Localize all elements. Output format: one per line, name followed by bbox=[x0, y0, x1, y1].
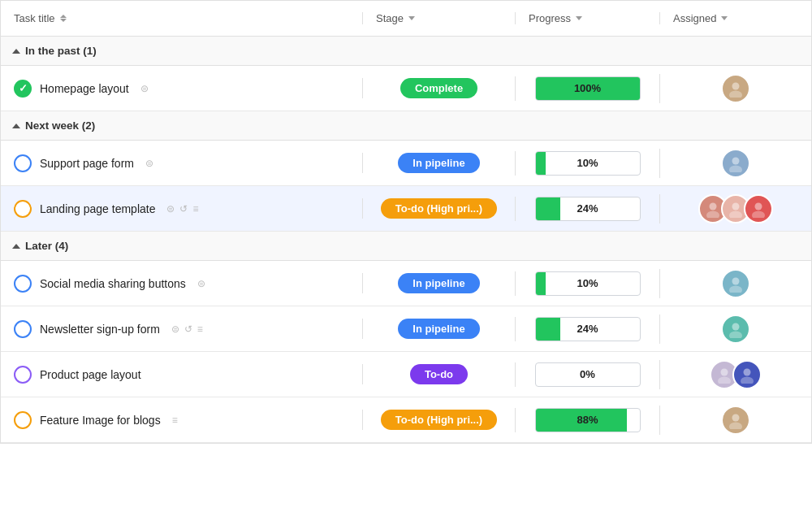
stage-cell-task-5: In pipeline bbox=[362, 319, 515, 339]
task-icons-task-3: ⊜↺≡ bbox=[166, 203, 198, 215]
task-icons-task-4: ⊜ bbox=[197, 278, 205, 289]
task-cell-task-5: Newsletter sign-up form ⊜↺≡ bbox=[1, 320, 362, 338]
header-task-title[interactable]: Task title bbox=[1, 12, 362, 24]
stage-badge-task-6[interactable]: To-do bbox=[410, 364, 468, 384]
link-icon: ⊜ bbox=[140, 83, 149, 94]
progress-bar-task-5: 24% bbox=[535, 317, 641, 341]
avatar-group bbox=[721, 269, 750, 298]
task-icons-task-1: ⊜ bbox=[140, 83, 149, 94]
stage-badge-task-4[interactable]: In pipeline bbox=[398, 273, 479, 293]
svg-point-16 bbox=[744, 368, 751, 375]
progress-cell-task-6: 0% bbox=[515, 362, 659, 387]
status-icon-task-2[interactable] bbox=[14, 154, 32, 172]
avatar-group bbox=[721, 406, 750, 435]
task-cell-task-1: Homepage layout ⊜ bbox=[1, 80, 362, 98]
task-icons-task-7: ≡ bbox=[172, 414, 178, 426]
avatar-group bbox=[721, 315, 750, 344]
stage-badge-task-7[interactable]: To-do (High pri...) bbox=[381, 410, 497, 430]
svg-point-15 bbox=[718, 376, 731, 384]
svg-point-10 bbox=[732, 277, 740, 284]
sort-icon[interactable] bbox=[60, 15, 67, 22]
progress-text-task-1: 100% bbox=[536, 82, 640, 94]
stage-badge-task-2[interactable]: In pipeline bbox=[398, 153, 479, 173]
repeat-icon: ↺ bbox=[184, 323, 192, 335]
progress-cell-task-1: 100% bbox=[515, 76, 659, 101]
svg-point-7 bbox=[729, 210, 742, 218]
group-label-in-the-past: In the past (1) bbox=[25, 45, 97, 57]
list-icon: ≡ bbox=[197, 323, 203, 335]
group-label-next-week: Next week (2) bbox=[25, 119, 95, 132]
group-header-next-week[interactable]: Next week (2) bbox=[1, 111, 811, 141]
link-icon: ⊜ bbox=[145, 158, 153, 169]
groups-container: In the past (1) Homepage layout ⊜ Comple… bbox=[1, 37, 811, 443]
status-icon-task-6[interactable] bbox=[14, 366, 32, 384]
avatar-group bbox=[710, 360, 762, 389]
header-progress[interactable]: Progress bbox=[515, 12, 659, 24]
svg-point-19 bbox=[729, 422, 742, 429]
task-row: Social media sharing buttons ⊜ In pipeli… bbox=[1, 261, 811, 306]
task-icons-task-5: ⊜↺≡ bbox=[171, 323, 203, 335]
progress-text-task-4: 10% bbox=[536, 277, 640, 289]
assigned-cell-task-2 bbox=[659, 149, 811, 178]
svg-point-0 bbox=[732, 82, 740, 89]
progress-text-task-3: 24% bbox=[536, 202, 640, 215]
group-chevron-later bbox=[12, 244, 20, 249]
progress-label: Progress bbox=[529, 12, 571, 24]
status-icon-task-1[interactable] bbox=[14, 80, 32, 98]
group-header-later[interactable]: Later (4) bbox=[1, 232, 811, 261]
task-name-task-1: Homepage layout bbox=[40, 82, 129, 95]
stage-cell-task-3: To-do (High pri...) bbox=[362, 198, 515, 219]
svg-point-18 bbox=[732, 414, 740, 421]
svg-point-6 bbox=[732, 202, 740, 210]
progress-text-task-2: 10% bbox=[536, 157, 640, 169]
svg-point-4 bbox=[710, 202, 717, 210]
task-row: Landing page template ⊜↺≡ To-do (High pr… bbox=[1, 186, 811, 232]
status-icon-task-4[interactable] bbox=[14, 275, 32, 293]
avatar bbox=[721, 406, 750, 435]
svg-point-11 bbox=[729, 285, 742, 293]
progress-bar-task-3: 24% bbox=[535, 197, 641, 221]
group-chevron-next-week bbox=[12, 124, 20, 128]
svg-point-8 bbox=[755, 202, 762, 210]
stage-badge-task-3[interactable]: To-do (High pri...) bbox=[381, 198, 497, 219]
link-icon: ⊜ bbox=[197, 278, 205, 289]
progress-text-task-7: 88% bbox=[536, 414, 640, 426]
task-row: Support page form ⊜ In pipeline 10% bbox=[1, 141, 811, 186]
task-row: Feature Image for blogs ≡ To-do (High pr… bbox=[1, 397, 811, 443]
progress-bar-task-7: 88% bbox=[535, 408, 641, 432]
progress-dropdown-icon bbox=[576, 16, 582, 20]
status-icon-task-3[interactable] bbox=[14, 200, 32, 218]
progress-text-task-5: 24% bbox=[536, 323, 640, 335]
stage-cell-task-2: In pipeline bbox=[362, 153, 515, 173]
svg-point-3 bbox=[729, 165, 742, 172]
task-cell-task-3: Landing page template ⊜↺≡ bbox=[1, 200, 362, 218]
table-header: Task title Stage Progress Assigned bbox=[1, 1, 811, 37]
progress-cell-task-3: 24% bbox=[515, 197, 659, 221]
avatar bbox=[732, 360, 762, 389]
stage-cell-task-7: To-do (High pri...) bbox=[362, 410, 515, 430]
status-icon-task-5[interactable] bbox=[14, 320, 32, 338]
svg-point-5 bbox=[706, 210, 719, 218]
stage-cell-task-4: In pipeline bbox=[362, 273, 515, 293]
task-name-task-3: Landing page template bbox=[40, 202, 155, 215]
task-row: Newsletter sign-up form ⊜↺≡ In pipeline … bbox=[1, 306, 811, 352]
assigned-dropdown-icon bbox=[721, 16, 728, 20]
status-icon-task-7[interactable] bbox=[14, 411, 32, 429]
task-cell-task-7: Feature Image for blogs ≡ bbox=[1, 411, 362, 429]
header-stage[interactable]: Stage bbox=[362, 12, 515, 24]
task-name-task-4: Social media sharing buttons bbox=[40, 277, 186, 290]
group-header-in-the-past[interactable]: In the past (1) bbox=[1, 37, 811, 66]
svg-point-12 bbox=[732, 323, 740, 330]
task-table: Task title Stage Progress Assigned In th… bbox=[0, 0, 812, 444]
header-assigned[interactable]: Assigned bbox=[659, 12, 811, 24]
progress-cell-task-4: 10% bbox=[515, 271, 659, 296]
assigned-cell-task-5 bbox=[659, 315, 811, 344]
task-cell-task-2: Support page form ⊜ bbox=[1, 154, 362, 172]
stage-badge-task-5[interactable]: In pipeline bbox=[398, 319, 479, 339]
stage-badge-task-1[interactable]: Complete bbox=[400, 78, 477, 98]
list-icon: ≡ bbox=[192, 203, 198, 215]
progress-cell-task-7: 88% bbox=[515, 408, 659, 432]
avatar bbox=[721, 74, 750, 103]
progress-text-task-6: 0% bbox=[536, 368, 640, 380]
avatar bbox=[744, 194, 773, 223]
